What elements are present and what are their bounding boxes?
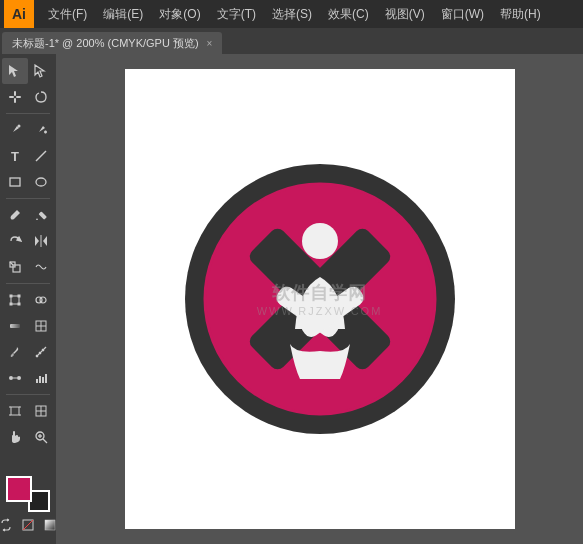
svg-rect-10 [10,178,20,186]
chart-tool[interactable] [28,365,54,391]
svg-line-51 [43,439,47,443]
toolbar-separator-1 [6,113,51,114]
add-anchor-tool[interactable] [28,117,54,143]
svg-rect-27 [10,324,20,328]
svg-marker-1 [35,65,44,77]
tab-bar: 未标题-1* @ 200% (CMYK/GPU 预览) × [0,28,583,54]
color-section [0,470,56,540]
svg-rect-56 [45,520,55,530]
pencil-tool[interactable] [28,202,54,228]
svg-marker-14 [35,236,39,246]
svg-point-6 [18,125,21,128]
swap-colors-icon[interactable] [0,516,15,534]
svg-point-36 [17,376,21,380]
menu-bar: Ai 文件(F) 编辑(E) 对象(O) 文字(T) 选择(S) 效果(C) 视… [0,0,583,28]
svg-rect-40 [42,377,44,383]
svg-rect-2 [14,91,16,96]
menu-item-view[interactable]: 视图(V) [377,0,433,28]
svg-marker-16 [43,236,47,246]
svg-rect-17 [13,265,20,272]
svg-rect-21 [10,295,12,297]
eyedropper-tool[interactable] [2,339,28,365]
svg-line-31 [36,347,46,357]
ellipse-tool[interactable] [28,169,54,195]
svg-marker-0 [9,65,18,77]
direct-selection-tool[interactable] [28,58,54,84]
menu-item-effect[interactable]: 效果(C) [320,0,377,28]
reflect-tool[interactable] [28,228,54,254]
artwork-logo [180,159,460,439]
scale-tool[interactable] [2,254,28,280]
main-area: T [0,54,583,544]
gradient-tool[interactable] [2,313,28,339]
svg-line-9 [36,151,46,161]
paintbrush-tool[interactable] [2,202,28,228]
tab-title: 未标题-1* @ 200% (CMYK/GPU 预览) [12,36,199,51]
svg-rect-41 [45,374,47,383]
swatch-icons [0,516,56,534]
svg-point-26 [40,297,46,303]
fill-color-swatch[interactable] [6,476,32,502]
menu-item-object[interactable]: 对象(O) [151,0,208,28]
svg-rect-12 [38,211,46,219]
toolbar-separator-3 [6,283,51,284]
none-fill-icon[interactable] [19,516,37,534]
menu-item-file[interactable]: 文件(F) [40,0,95,28]
svg-point-35 [9,376,13,380]
selection-tool[interactable] [2,58,28,84]
menu-item-window[interactable]: 窗口(W) [433,0,492,28]
mesh-tool[interactable] [28,313,54,339]
svg-point-11 [36,178,46,186]
rectangle-tool[interactable] [2,169,28,195]
rotate-tool[interactable] [2,228,28,254]
menu-item-select[interactable]: 选择(S) [264,0,320,28]
svg-rect-24 [18,303,20,305]
slice-tool[interactable] [28,398,54,424]
canvas-area[interactable]: 软件自学网 WWW.RJZXW.COM [56,54,583,544]
shape-builder-tool[interactable] [28,287,54,313]
svg-rect-39 [39,376,41,383]
free-transform-tool[interactable] [2,287,28,313]
toolbar-separator-2 [6,198,51,199]
gradient-fill-icon[interactable] [41,516,56,534]
toolbar: T [0,54,56,544]
pen-tool[interactable] [2,117,28,143]
canvas-paper: 软件自学网 WWW.RJZXW.COM [125,69,515,529]
magic-wand-tool[interactable] [2,84,28,110]
hand-tool[interactable] [2,424,28,450]
menu-item-edit[interactable]: 编辑(E) [95,0,151,28]
tab-close-button[interactable]: × [207,38,213,49]
measure-tool[interactable] [28,339,54,365]
warp-tool[interactable] [28,254,54,280]
color-swatches [6,476,50,512]
svg-rect-22 [18,295,20,297]
menu-item-help[interactable]: 帮助(H) [492,0,549,28]
lasso-tool[interactable] [28,84,54,110]
type-tool[interactable]: T [2,143,28,169]
svg-rect-3 [9,96,14,98]
artboard-tool[interactable] [2,398,28,424]
zoom-tool[interactable] [28,424,54,450]
toolbar-separator-4 [6,394,51,395]
document-tab[interactable]: 未标题-1* @ 200% (CMYK/GPU 预览) × [2,32,222,54]
svg-rect-5 [14,98,16,103]
svg-rect-23 [10,303,12,305]
blend-tool[interactable] [2,365,28,391]
svg-rect-4 [16,96,21,98]
svg-point-61 [302,223,338,259]
svg-rect-42 [11,407,19,415]
menu-item-text[interactable]: 文字(T) [209,0,264,28]
line-tool[interactable] [28,143,54,169]
svg-rect-38 [36,379,38,383]
svg-line-55 [23,520,33,530]
app-logo: Ai [4,0,34,28]
